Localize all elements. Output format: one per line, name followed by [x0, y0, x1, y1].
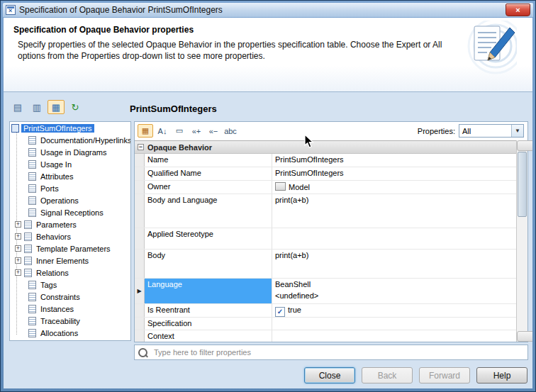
- row-marker: [135, 250, 145, 278]
- tree-item-label: Usage In: [38, 160, 74, 169]
- tree-spacer: [20, 185, 28, 191]
- show-description-area-icon[interactable]: ▭: [172, 124, 187, 138]
- tree-item-documentation-hyperlinks[interactable]: Documentation/Hyperlinks: [10, 134, 130, 146]
- row-marker: ▶: [135, 279, 145, 303]
- expand-icon[interactable]: +: [15, 233, 21, 240]
- collapse-icon[interactable]: −: [138, 144, 144, 150]
- property-row-context[interactable]: Context: [135, 330, 516, 342]
- tree-panel: PrintSumOfIntegersDocumentation/Hyperlin…: [9, 121, 131, 341]
- properties-mode-value: All: [459, 127, 511, 135]
- element-icon: [28, 160, 36, 169]
- property-value[interactable]: [272, 330, 516, 342]
- form-view-icon[interactable]: ▤: [9, 100, 26, 114]
- row-marker: [135, 154, 145, 167]
- tree-view-icon[interactable]: ▥: [28, 100, 45, 114]
- close-button[interactable]: Close: [304, 367, 355, 383]
- properties-mode-select[interactable]: All ▼: [459, 124, 524, 138]
- title-bar[interactable]: Specification of Opaque Behavior PrintSu…: [3, 3, 533, 17]
- tree-item-label: Ports: [38, 184, 61, 193]
- scroll-down-icon[interactable]: ▼: [517, 331, 532, 342]
- scroll-up-icon[interactable]: ▲: [517, 140, 532, 151]
- tree-item-label: Allocations: [38, 329, 80, 337]
- tree-item-relations[interactable]: +Relations: [10, 267, 130, 279]
- section-header[interactable]: − Opaque Behavior: [135, 141, 516, 154]
- tree-item-operations[interactable]: Operations: [10, 194, 130, 206]
- tree-item-label: Signal Receptions: [38, 208, 106, 217]
- vertical-scrollbar[interactable]: ▲ ▼: [516, 140, 527, 342]
- close-icon[interactable]: ×: [506, 4, 530, 16]
- tree-item-attributes[interactable]: Attributes: [10, 170, 130, 182]
- forward-button[interactable]: Forward: [419, 367, 470, 383]
- abc-edit-icon[interactable]: abc: [223, 124, 238, 138]
- tree-item-traceability[interactable]: Traceability: [10, 315, 130, 327]
- property-row-qualified-name[interactable]: Qualified NamePrintSumOfIntegers: [135, 167, 516, 181]
- element-icon: [28, 281, 36, 289]
- filter-input[interactable]: [152, 347, 524, 357]
- property-value[interactable]: Model: [272, 181, 516, 194]
- property-value[interactable]: PrintSumOfIntegers: [272, 154, 516, 167]
- back-button[interactable]: Back: [362, 367, 413, 383]
- remove-stereotype-icon[interactable]: «−: [206, 124, 221, 138]
- expand-icon[interactable]: +: [15, 269, 21, 276]
- tree-spacer: [20, 330, 28, 336]
- element-icon: [28, 305, 36, 313]
- tree-item-inner-elements[interactable]: +Inner Elements: [10, 254, 130, 267]
- filter-box[interactable]: [134, 345, 528, 360]
- tree-spacer: [20, 293, 28, 300]
- expand-icon[interactable]: +: [15, 257, 21, 264]
- property-row-is-reentrant[interactable]: Is Reentrant✓true: [135, 304, 516, 318]
- expand-icon[interactable]: +: [15, 245, 21, 252]
- property-row-owner[interactable]: OwnerModel: [135, 181, 516, 194]
- tree-item-template-parameters[interactable]: +Template Parameters: [10, 242, 130, 254]
- behavior-icon: [11, 124, 19, 133]
- property-value[interactable]: print(a+b): [272, 250, 516, 278]
- scrollbar-thumb[interactable]: [518, 152, 527, 217]
- chevron-down-icon[interactable]: ▼: [511, 125, 523, 137]
- tree-item-label: Template Parameters: [34, 245, 113, 253]
- group-by-category-icon[interactable]: ▦: [138, 124, 153, 138]
- tree-item-usage-in-diagrams[interactable]: Usage in Diagrams: [10, 146, 130, 158]
- property-value[interactable]: [272, 318, 516, 330]
- property-value[interactable]: PrintSumOfIntegers: [272, 167, 516, 180]
- refresh-icon[interactable]: ↻: [67, 100, 84, 114]
- tree-spacer: [20, 281, 28, 288]
- property-name: Name: [145, 154, 272, 167]
- tree-item-tags[interactable]: Tags: [10, 279, 130, 291]
- property-row-language[interactable]: ▶LanguageBeanShell<undefined>: [135, 279, 516, 304]
- tree-item-signal-receptions[interactable]: Signal Receptions: [10, 206, 130, 218]
- property-row-specification[interactable]: Specification: [135, 318, 516, 330]
- sort-alphabetically-icon[interactable]: A↓: [155, 124, 170, 138]
- property-row-name[interactable]: NamePrintSumOfIntegers: [135, 154, 516, 167]
- tree-item-ports[interactable]: Ports: [10, 182, 130, 194]
- tree-item-behaviors[interactable]: +Behaviors: [10, 230, 130, 242]
- element-icon: [28, 136, 36, 145]
- dialog-buttons: Close Back Forward Help: [304, 367, 527, 383]
- property-name: Body: [145, 250, 272, 278]
- add-stereotype-icon[interactable]: «+: [189, 124, 204, 138]
- element-icon: [28, 208, 36, 217]
- tree-toolbar: ▤▥▦↻: [9, 100, 84, 114]
- tree-item-parameters[interactable]: +Parameters: [10, 218, 130, 230]
- window-title: Specification of Opaque Behavior PrintSu…: [19, 5, 506, 15]
- property-row-body[interactable]: Bodyprint(a+b): [135, 250, 516, 279]
- tree-item-allocations[interactable]: Allocations: [10, 327, 130, 339]
- tree-item-printsumofintegers[interactable]: PrintSumOfIntegers: [10, 122, 130, 134]
- tree-item-usage-in[interactable]: Usage In: [10, 158, 130, 170]
- tree-item-constraints[interactable]: Constraints: [10, 291, 130, 303]
- containment-tree-icon[interactable]: ▦: [48, 100, 65, 114]
- checkbox-icon[interactable]: ✓: [275, 307, 285, 317]
- tree-item-instances[interactable]: Instances: [10, 303, 130, 315]
- help-button[interactable]: Help: [476, 367, 527, 383]
- property-row-body-and-language[interactable]: Body and Languageprint(a+b): [135, 194, 516, 228]
- tree-spacer: [20, 149, 28, 155]
- property-row-applied-stereotype[interactable]: Applied Stereotype: [135, 228, 516, 250]
- property-value[interactable]: BeanShell<undefined>: [272, 279, 516, 303]
- property-value[interactable]: print(a+b): [272, 194, 516, 228]
- property-value[interactable]: ✓true: [272, 304, 516, 317]
- row-marker: [135, 330, 145, 342]
- element-icon: [28, 148, 36, 157]
- expand-icon[interactable]: +: [15, 221, 21, 228]
- property-name: Applied Stereotype: [145, 228, 272, 249]
- property-value-line2: <undefined>: [275, 291, 513, 300]
- property-value[interactable]: [272, 228, 516, 249]
